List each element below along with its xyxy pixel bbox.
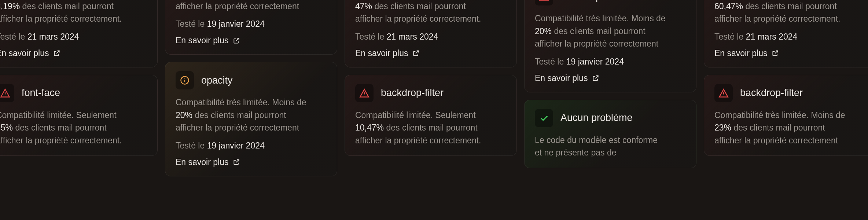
card-description: Compatibilité limitée. Seulement 47% des… xyxy=(355,0,506,25)
column: Compatibilité limitée. Seulement 60,47% … xyxy=(704,0,868,176)
card-header: Aucun problème xyxy=(535,109,686,127)
compat-card: backdrop-filter Compatibilité limitée. S… xyxy=(345,75,517,156)
percent-value: 20% xyxy=(535,26,552,36)
text: afficher la propriété correctement xyxy=(714,136,838,145)
card-header: backdrop-filter xyxy=(714,84,865,102)
text: Compatibilité très limitée. Moins de xyxy=(176,98,306,107)
text: Testé le xyxy=(176,141,205,150)
card-description: Compatibilité limitée. Seulement 85% des… xyxy=(0,109,147,147)
text: des clients mail pourront xyxy=(22,1,114,11)
card-description: Le code du modèle est conforme et ne pré… xyxy=(535,134,686,159)
text: Compatibilité très limitée. Moins de xyxy=(535,14,666,23)
date-value: 19 janvier 2024 xyxy=(566,57,624,66)
alert-triangle-icon xyxy=(355,84,374,102)
percent-value: 85% xyxy=(0,123,13,132)
external-link-icon xyxy=(233,158,240,166)
text: Le code du modèle est conforme xyxy=(535,135,658,145)
text: Testé le xyxy=(0,32,25,41)
card-description: Compatibilité limitée. Seulement 3,19% d… xyxy=(0,0,147,25)
date-value: 21 mars 2024 xyxy=(27,32,79,41)
text: afficher la propriété correctement xyxy=(535,39,658,48)
link-label: En savoir plus xyxy=(0,48,49,58)
text: des clients mail pourront xyxy=(374,1,466,11)
percent-value: 23% xyxy=(714,123,731,132)
date-value: 21 mars 2024 xyxy=(746,32,798,41)
compat-card-ok: Aucun problème Le code du modèle est con… xyxy=(524,100,696,168)
card-title: backdrop-filter xyxy=(560,0,623,2)
external-link-icon xyxy=(592,74,599,82)
learn-more-link[interactable]: En savoir plus xyxy=(535,73,686,83)
column: backdrop-filter Compatibilité très limit… xyxy=(524,0,696,176)
card-title: opacity xyxy=(201,75,233,86)
card-description: Compatibilité très limitée. Moins de 20%… xyxy=(176,96,327,134)
card-title: backdrop-filter xyxy=(381,87,444,99)
percent-value: 10,47% xyxy=(355,123,384,132)
percent-value: 47% xyxy=(355,1,372,11)
compat-card: backdrop-filter Compatibilité très limit… xyxy=(524,0,696,92)
alert-triangle-icon xyxy=(714,84,733,102)
link-label: En savoir plus xyxy=(355,48,408,58)
text: Compatibilité limitée. Seulement xyxy=(0,110,117,120)
text: Compatibilité limitée. Seulement xyxy=(355,110,476,120)
tested-line: Testé le 19 janvier 2024 xyxy=(176,141,327,151)
card-header: font-face xyxy=(0,84,147,102)
compat-card: 20% des clients mail pourront afficher l… xyxy=(165,0,337,55)
card-description: Compatibilité limitée. Seulement 60,47% … xyxy=(714,0,865,25)
text: des clients mail pourront xyxy=(195,110,286,120)
check-icon xyxy=(535,109,553,127)
link-label: En savoir plus xyxy=(176,157,228,167)
text: et ne présente pas de xyxy=(535,148,617,157)
card-title: Aucun problème xyxy=(560,112,633,124)
external-link-icon xyxy=(412,50,420,57)
text: Compatibilité très limitée. Moins de xyxy=(714,110,845,120)
text: afficher la propriété correctement xyxy=(176,1,299,11)
compat-card: Compatibilité limitée. Seulement 47% des… xyxy=(345,0,517,67)
alert-triangle-icon xyxy=(0,84,14,102)
date-value: 19 janvier 2024 xyxy=(207,141,265,150)
external-link-icon xyxy=(772,50,779,57)
compat-card: Compatibilité limitée. Seulement 3,19% d… xyxy=(0,0,158,67)
card-grid: Compatibilité limitée. Seulement 3,19% d… xyxy=(0,0,868,176)
text: afficher la propriété correctement xyxy=(176,123,299,132)
compat-card: Compatibilité limitée. Seulement 60,47% … xyxy=(704,0,868,67)
learn-more-link[interactable]: En savoir plus xyxy=(355,48,506,58)
compat-card: opacity Compatibilité très limitée. Moin… xyxy=(165,62,337,176)
tested-line: Testé le 19 janvier 2024 xyxy=(176,19,327,29)
text: afficher la propriété correctement. xyxy=(0,136,122,145)
link-label: En savoir plus xyxy=(535,73,588,83)
learn-more-link[interactable]: En savoir plus xyxy=(714,48,865,58)
external-link-icon xyxy=(233,37,240,44)
tested-line: Testé le 21 mars 2024 xyxy=(355,32,506,42)
learn-more-link[interactable]: En savoir plus xyxy=(176,157,327,167)
link-label: En savoir plus xyxy=(176,36,228,45)
percent-value: 60,47% xyxy=(714,1,743,11)
percent-value: 3,19% xyxy=(0,1,20,11)
text: afficher la propriété correctement. xyxy=(714,14,840,23)
tested-line: Testé le 21 mars 2024 xyxy=(714,32,865,42)
card-header: opacity xyxy=(176,71,327,89)
text: des clients mail pourront xyxy=(745,1,836,11)
external-link-icon xyxy=(53,50,60,57)
column: Compatibilité limitée. Seulement 3,19% d… xyxy=(0,0,158,176)
learn-more-link[interactable]: En savoir plus xyxy=(176,36,327,45)
compat-card: backdrop-filter Compatibilité très limit… xyxy=(704,75,868,156)
column: Compatibilité limitée. Seulement 47% des… xyxy=(345,0,517,176)
link-label: En savoir plus xyxy=(714,48,767,58)
date-value: 21 mars 2024 xyxy=(387,32,438,41)
date-value: 19 janvier 2024 xyxy=(207,19,265,29)
text: Testé le xyxy=(176,19,205,29)
percent-value: 20% xyxy=(176,110,192,120)
alert-triangle-icon xyxy=(535,0,553,6)
text: afficher la propriété correctement. xyxy=(355,14,481,23)
card-description: Compatibilité très limitée. Moins de 23%… xyxy=(714,109,865,147)
card-header: backdrop-filter xyxy=(535,0,686,6)
text: Testé le xyxy=(714,32,743,41)
text: des clients mail pourront xyxy=(15,123,106,132)
learn-more-link[interactable]: En savoir plus xyxy=(0,48,147,58)
card-description: Compatibilité limitée. Seulement 10,47% … xyxy=(355,109,506,147)
card-description: Compatibilité très limitée. Moins de 20%… xyxy=(535,12,686,50)
text: des clients mail pourront xyxy=(386,123,477,132)
text: Testé le xyxy=(535,57,564,66)
text: afficher la propriété correctement. xyxy=(355,136,481,145)
column: 20% des clients mail pourront afficher l… xyxy=(165,0,337,176)
